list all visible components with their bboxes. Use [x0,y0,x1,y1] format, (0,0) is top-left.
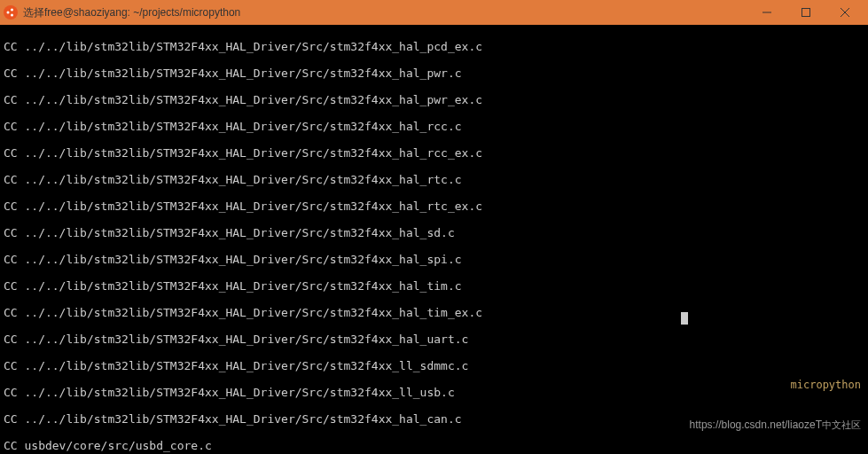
window-title: 选择free@shaoziyang: ~/projects/micropytho… [23,5,747,20]
output-line: CC ../../lib/stm32lib/STM32F4xx_HAL_Driv… [4,40,864,53]
window-controls [747,0,864,25]
watermark-url: https://blog.csdn.net/liaozeT [690,419,822,431]
output-line: CC ../../lib/stm32lib/STM32F4xx_HAL_Driv… [4,146,864,160]
svg-point-1 [11,9,13,12]
output-line: CC ../../lib/stm32lib/STM32F4xx_HAL_Driv… [4,253,864,266]
watermark-text: micropython [690,379,861,392]
output-line: CC ../../lib/stm32lib/STM32F4xx_HAL_Driv… [4,93,864,106]
svg-rect-4 [802,9,810,17]
output-line: CC ../../lib/stm32lib/STM32F4xx_HAL_Driv… [4,200,864,213]
output-line: CC ../../lib/stm32lib/STM32F4xx_HAL_Driv… [4,279,864,293]
maximize-button[interactable] [786,0,825,25]
output-line: CC ../../lib/stm32lib/STM32F4xx_HAL_Driv… [4,333,864,346]
output-line: CC ../../lib/stm32lib/STM32F4xx_HAL_Driv… [4,226,864,239]
output-line: CC ../../lib/stm32lib/STM32F4xx_HAL_Driv… [4,173,864,186]
titlebar: 选择free@shaoziyang: ~/projects/micropytho… [0,0,868,25]
output-line: CC ../../lib/stm32lib/STM32F4xx_HAL_Driv… [4,120,864,133]
watermark: micropython https://blog.csdn.net/liaoze… [690,352,861,445]
svg-point-2 [11,14,13,17]
minimize-button[interactable] [747,0,786,25]
terminal-output[interactable]: CC ../../lib/stm32lib/STM32F4xx_HAL_Driv… [0,25,868,454]
watermark-cn: 中文社区 [822,419,861,430]
terminal-cursor [681,312,688,325]
svg-point-0 [7,12,10,14]
output-line: CC ../../lib/stm32lib/STM32F4xx_HAL_Driv… [4,67,864,80]
output-line: CC ../../lib/stm32lib/STM32F4xx_HAL_Driv… [4,306,864,319]
close-button[interactable] [825,0,864,25]
ubuntu-icon [4,5,18,20]
